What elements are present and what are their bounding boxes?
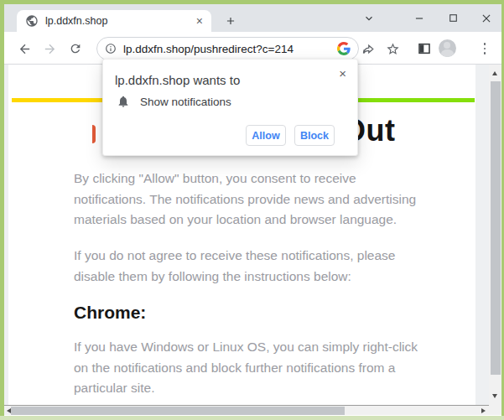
info-circle-icon[interactable] [105,43,117,54]
paragraph-instructions: If you have Windows or Linux OS, you can… [74,337,460,399]
maximize-button[interactable] [442,4,464,32]
reload-button[interactable] [65,39,86,59]
close-window-button[interactable] [475,4,497,32]
avatar[interactable] [438,39,456,56]
allow-button[interactable]: Allow [246,125,286,146]
titlebar: lp.ddxfn.shop × [4,4,501,32]
notification-bell-icon [117,95,130,108]
google-logo-icon[interactable] [337,42,351,55]
horizontal-scrollbar[interactable] [4,405,489,415]
bookmark-star-icon[interactable] [383,40,402,57]
popup-close-icon[interactable]: × [339,67,346,80]
clipped-red-glyph [92,125,96,143]
globe-favicon-icon [25,14,39,28]
minimize-button[interactable] [408,4,430,32]
paragraph-consent: By clicking "Allow" button, you consent … [74,169,460,231]
tab-close-icon[interactable]: × [195,13,205,29]
horizontal-scroll-thumb[interactable] [11,407,345,415]
scroll-right-arrow-icon[interactable] [481,408,486,413]
chevron-down-icon[interactable] [358,4,380,32]
forward-button[interactable] [39,39,60,59]
scroll-up-arrow-icon[interactable] [492,71,497,75]
address-bar[interactable]: lp.ddxfn.shop/pushredirect?c=214 [96,37,359,60]
browser-tab[interactable]: lp.ddxfn.shop × [17,10,211,32]
side-panel-icon[interactable] [415,40,434,57]
frame-bottom-strip [0,416,504,420]
new-tab-button[interactable] [221,11,241,31]
popup-permission-text: Show notifications [140,96,231,108]
scroll-down-arrow-icon[interactable] [492,394,497,398]
popup-title: lp.ddxfn.shop wants to [115,73,240,87]
vertical-scrollbar[interactable] [489,65,501,405]
block-button[interactable]: Block [294,125,335,146]
back-button[interactable] [14,39,34,59]
menu-dots-icon[interactable] [475,40,494,57]
share-icon[interactable] [360,40,378,57]
tab-title: lp.ddxfn.shop [45,15,195,27]
paragraph-disable: If you do not agree to receive these not… [74,246,460,287]
notification-permission-popup: × lp.ddxfn.shop wants to Show notificati… [102,59,358,156]
chrome-subheading: Chrome: [74,303,146,323]
scrollbar-corner [489,405,501,415]
vertical-scroll-thumb[interactable] [491,81,501,375]
url-text[interactable]: lp.ddxfn.shop/pushredirect?c=214 [123,43,337,55]
